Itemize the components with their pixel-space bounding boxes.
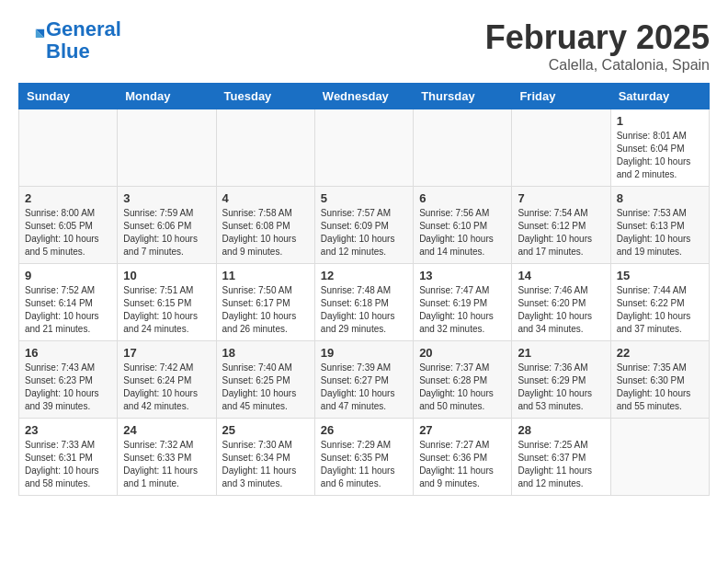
calendar-cell: 2Sunrise: 8:00 AM Sunset: 6:05 PM Daylig…: [19, 187, 118, 264]
calendar-cell: 18Sunrise: 7:40 AM Sunset: 6:25 PM Dayli…: [216, 341, 314, 419]
calendar-cell: 3Sunrise: 7:59 AM Sunset: 6:06 PM Daylig…: [118, 187, 216, 264]
day-info: Sunrise: 7:25 AM Sunset: 6:37 PM Dayligh…: [518, 439, 604, 490]
day-number: 10: [123, 269, 210, 282]
calendar-cell: 22Sunrise: 7:35 AM Sunset: 6:30 PM Dayli…: [610, 341, 709, 419]
calendar-cell: 24Sunrise: 7:32 AM Sunset: 6:33 PM Dayli…: [118, 419, 216, 496]
calendar-cell: 27Sunrise: 7:27 AM Sunset: 6:36 PM Dayli…: [414, 419, 512, 496]
day-number: 2: [25, 191, 111, 205]
day-number: 23: [25, 423, 111, 437]
calendar-cell: [118, 109, 216, 187]
weekday-header-monday: Monday: [118, 84, 216, 109]
calendar-cell: 16Sunrise: 7:43 AM Sunset: 6:23 PM Dayli…: [19, 341, 118, 419]
day-info: Sunrise: 7:46 AM Sunset: 6:20 PM Dayligh…: [518, 284, 604, 336]
day-number: 26: [321, 423, 407, 437]
calendar-cell: 25Sunrise: 7:30 AM Sunset: 6:34 PM Dayli…: [216, 419, 314, 496]
calendar-cell: 17Sunrise: 7:42 AM Sunset: 6:24 PM Dayli…: [118, 341, 216, 419]
logo-text: General Blue: [46, 18, 121, 63]
day-info: Sunrise: 8:01 AM Sunset: 6:04 PM Dayligh…: [617, 130, 703, 181]
calendar-header-row: SundayMondayTuesdayWednesdayThursdayFrid…: [19, 84, 710, 109]
calendar-cell: 4Sunrise: 7:58 AM Sunset: 6:08 PM Daylig…: [216, 187, 314, 264]
weekday-header-friday: Friday: [512, 84, 610, 109]
day-number: 20: [419, 346, 506, 360]
calendar-cell: 5Sunrise: 7:57 AM Sunset: 6:09 PM Daylig…: [314, 187, 413, 264]
day-info: Sunrise: 7:57 AM Sunset: 6:09 PM Dayligh…: [321, 207, 407, 259]
calendar-cell: [610, 419, 709, 496]
day-number: 12: [321, 269, 407, 282]
weekday-header-sunday: Sunday: [19, 84, 118, 109]
calendar-cell: 15Sunrise: 7:44 AM Sunset: 6:22 PM Dayli…: [610, 264, 709, 341]
weekday-header-thursday: Thursday: [414, 84, 512, 109]
day-number: 24: [123, 423, 210, 437]
day-number: 27: [419, 423, 506, 437]
calendar-cell: 10Sunrise: 7:51 AM Sunset: 6:15 PM Dayli…: [118, 264, 216, 341]
calendar-cell: 19Sunrise: 7:39 AM Sunset: 6:27 PM Dayli…: [314, 341, 413, 419]
logo: General Blue: [18, 18, 121, 63]
calendar-cell: 1Sunrise: 8:01 AM Sunset: 6:04 PM Daylig…: [610, 109, 709, 187]
logo-blue: Blue: [46, 40, 90, 63]
day-info: Sunrise: 7:52 AM Sunset: 6:14 PM Dayligh…: [25, 284, 111, 336]
day-info: Sunrise: 7:35 AM Sunset: 6:30 PM Dayligh…: [617, 362, 703, 413]
day-info: Sunrise: 8:00 AM Sunset: 6:05 PM Dayligh…: [25, 207, 111, 259]
day-info: Sunrise: 7:54 AM Sunset: 6:12 PM Dayligh…: [518, 207, 604, 259]
day-info: Sunrise: 7:39 AM Sunset: 6:27 PM Dayligh…: [321, 362, 407, 413]
logo-general: General: [46, 17, 121, 40]
day-info: Sunrise: 7:58 AM Sunset: 6:08 PM Dayligh…: [222, 207, 309, 259]
day-number: 13: [419, 269, 506, 282]
calendar-week-4: 16Sunrise: 7:43 AM Sunset: 6:23 PM Dayli…: [19, 341, 710, 419]
calendar-cell: 9Sunrise: 7:52 AM Sunset: 6:14 PM Daylig…: [19, 264, 118, 341]
location-text: Calella, Catalonia, Spain: [485, 57, 710, 74]
weekday-header-wednesday: Wednesday: [314, 84, 413, 109]
weekday-header-saturday: Saturday: [610, 84, 709, 109]
day-number: 15: [617, 269, 703, 282]
day-number: 14: [518, 269, 604, 282]
calendar-cell: 12Sunrise: 7:48 AM Sunset: 6:18 PM Dayli…: [314, 264, 413, 341]
day-number: 22: [617, 346, 703, 360]
day-number: 19: [321, 346, 407, 360]
day-number: 3: [123, 191, 210, 205]
day-info: Sunrise: 7:29 AM Sunset: 6:35 PM Dayligh…: [321, 439, 407, 490]
calendar-week-1: 1Sunrise: 8:01 AM Sunset: 6:04 PM Daylig…: [19, 109, 710, 187]
day-info: Sunrise: 7:53 AM Sunset: 6:13 PM Dayligh…: [617, 207, 703, 259]
day-number: 1: [617, 114, 703, 128]
calendar-cell: 14Sunrise: 7:46 AM Sunset: 6:20 PM Dayli…: [512, 264, 610, 341]
day-number: 25: [222, 423, 309, 437]
calendar-cell: 21Sunrise: 7:36 AM Sunset: 6:29 PM Dayli…: [512, 341, 610, 419]
day-info: Sunrise: 7:40 AM Sunset: 6:25 PM Dayligh…: [222, 362, 309, 413]
day-info: Sunrise: 7:27 AM Sunset: 6:36 PM Dayligh…: [419, 439, 506, 490]
day-info: Sunrise: 7:32 AM Sunset: 6:33 PM Dayligh…: [123, 439, 210, 490]
day-info: Sunrise: 7:59 AM Sunset: 6:06 PM Dayligh…: [123, 207, 210, 259]
calendar-cell: 6Sunrise: 7:56 AM Sunset: 6:10 PM Daylig…: [414, 187, 512, 264]
day-number: 8: [617, 191, 703, 205]
day-info: Sunrise: 7:43 AM Sunset: 6:23 PM Dayligh…: [25, 362, 111, 413]
day-info: Sunrise: 7:30 AM Sunset: 6:34 PM Dayligh…: [222, 439, 309, 490]
page-header: General Blue February 2025 Calella, Cata…: [18, 18, 710, 74]
day-info: Sunrise: 7:37 AM Sunset: 6:28 PM Dayligh…: [419, 362, 506, 413]
day-number: 18: [222, 346, 309, 360]
day-info: Sunrise: 7:51 AM Sunset: 6:15 PM Dayligh…: [123, 284, 210, 336]
day-info: Sunrise: 7:36 AM Sunset: 6:29 PM Dayligh…: [518, 362, 604, 413]
calendar-cell: [414, 109, 512, 187]
calendar-cell: [512, 109, 610, 187]
calendar-table: SundayMondayTuesdayWednesdayThursdayFrid…: [18, 83, 710, 496]
day-number: 16: [25, 346, 111, 360]
day-number: 9: [25, 269, 111, 282]
day-number: 28: [518, 423, 604, 437]
day-info: Sunrise: 7:48 AM Sunset: 6:18 PM Dayligh…: [321, 284, 407, 336]
day-info: Sunrise: 7:44 AM Sunset: 6:22 PM Dayligh…: [617, 284, 703, 336]
day-info: Sunrise: 7:50 AM Sunset: 6:17 PM Dayligh…: [222, 284, 309, 336]
day-info: Sunrise: 7:42 AM Sunset: 6:24 PM Dayligh…: [123, 362, 210, 413]
logo-icon: [20, 26, 46, 52]
calendar-cell: 26Sunrise: 7:29 AM Sunset: 6:35 PM Dayli…: [314, 419, 413, 496]
day-number: 4: [222, 191, 309, 205]
weekday-header-tuesday: Tuesday: [216, 84, 314, 109]
day-number: 17: [123, 346, 210, 360]
calendar-week-5: 23Sunrise: 7:33 AM Sunset: 6:31 PM Dayli…: [19, 419, 710, 496]
calendar-cell: [216, 109, 314, 187]
day-info: Sunrise: 7:47 AM Sunset: 6:19 PM Dayligh…: [419, 284, 506, 336]
calendar-week-3: 9Sunrise: 7:52 AM Sunset: 6:14 PM Daylig…: [19, 264, 710, 341]
calendar-cell: [19, 109, 118, 187]
calendar-cell: 7Sunrise: 7:54 AM Sunset: 6:12 PM Daylig…: [512, 187, 610, 264]
calendar-cell: 23Sunrise: 7:33 AM Sunset: 6:31 PM Dayli…: [19, 419, 118, 496]
calendar-cell: [314, 109, 413, 187]
day-number: 6: [419, 191, 506, 205]
